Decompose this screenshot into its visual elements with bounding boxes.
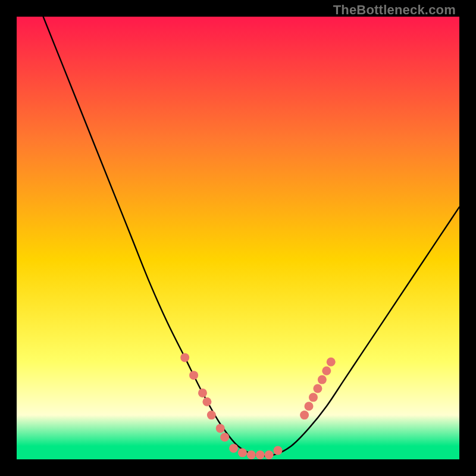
gradient-background — [17, 17, 459, 459]
curve-marker — [305, 402, 314, 411]
curve-marker — [256, 450, 265, 459]
curve-marker — [238, 448, 247, 457]
curve-marker — [189, 371, 198, 380]
curve-marker — [318, 375, 327, 384]
curve-marker — [180, 353, 189, 362]
curve-marker — [322, 367, 331, 375]
curve-marker — [198, 389, 207, 397]
curve-marker — [207, 411, 216, 419]
curve-marker — [202, 397, 211, 406]
curve-marker — [300, 411, 309, 419]
curve-marker — [309, 393, 318, 402]
curve-marker — [216, 424, 225, 433]
curve-marker — [313, 384, 322, 393]
curve-marker — [220, 433, 229, 441]
chart-frame — [17, 17, 459, 459]
curve-marker — [273, 446, 282, 455]
bottleneck-chart — [17, 17, 459, 459]
watermark-text: TheBottleneck.com — [333, 2, 456, 18]
curve-marker — [327, 358, 336, 367]
plot-area — [17, 17, 459, 459]
curve-marker — [265, 450, 274, 459]
curve-marker — [247, 450, 256, 459]
curve-marker — [229, 444, 238, 453]
